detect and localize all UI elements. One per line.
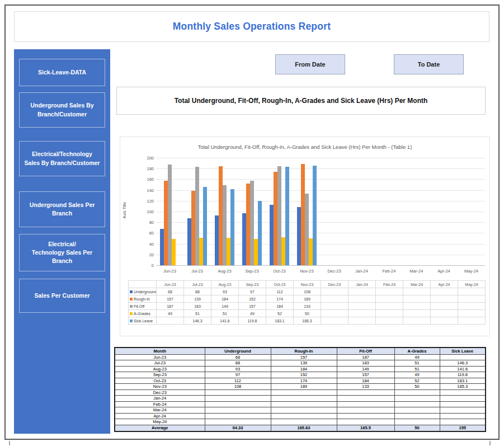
value-cell: 68 xyxy=(205,354,271,360)
average-value: 94.33 xyxy=(205,425,271,431)
sidebar-item-electrical-technology[interactable]: Electrical/Technology Sales By Branch/Cu… xyxy=(19,141,105,176)
bar-sick-leave-nov-23 xyxy=(313,166,317,265)
from-date-button[interactable]: From Date xyxy=(275,54,345,74)
value-cell: 139 xyxy=(184,295,211,303)
legend-label-sick-leave: Sick Leave xyxy=(129,317,157,325)
value-cell: 93 xyxy=(205,366,271,372)
value-cell: 141.6 xyxy=(211,317,239,325)
value-cell xyxy=(431,295,458,303)
value-cell xyxy=(440,389,486,396)
value-cell: 49 xyxy=(157,310,184,317)
month-cell: Aug-23 xyxy=(115,366,205,372)
value-cell: 185.3 xyxy=(294,317,321,325)
value-cell: 183.1 xyxy=(266,317,294,325)
y-axis-tick-label: 120 xyxy=(138,199,154,204)
month-header-cell: Jan-24 xyxy=(348,281,376,288)
corner-cell xyxy=(129,281,157,288)
value-cell xyxy=(321,317,348,325)
value-cell xyxy=(403,310,431,317)
value-cell: 189 xyxy=(294,295,321,303)
month-cell: Mar-24 xyxy=(115,407,205,414)
sidebar-item-label: Sales Per Customer xyxy=(34,292,90,300)
value-cell: 149 xyxy=(211,303,239,310)
value-cell xyxy=(271,401,337,407)
sidebar-item-sales-per-customer[interactable]: Sales Per Customer xyxy=(19,279,105,313)
table-row: Mar-24 xyxy=(115,407,486,414)
month-cell: Apr-24 xyxy=(115,413,205,419)
chart: Total Underground, Fit-Off, Rough-In, A-… xyxy=(120,137,490,336)
value-cell: 183 xyxy=(337,360,394,367)
value-cell xyxy=(394,396,440,402)
average-label: Average xyxy=(115,425,205,431)
table-row: Underground68889397112108 xyxy=(129,288,486,295)
value-cell: 133 xyxy=(337,384,394,390)
section-header: Total Underground, Fit-Off, Rough-In, A-… xyxy=(116,87,486,115)
x-axis-label: Apr-24 xyxy=(430,269,458,274)
value-cell xyxy=(337,419,394,425)
value-cell xyxy=(271,419,337,425)
x-axis-label: May-24 xyxy=(458,269,485,274)
value-cell: 108 xyxy=(205,384,271,390)
bar-rough-in-jul-23 xyxy=(191,191,195,265)
table-header-row: MonthUndergroundRough-InFit-OffA-GradesS… xyxy=(115,348,486,354)
legend-swatch-rough-in xyxy=(130,298,133,301)
value-cell xyxy=(440,401,486,407)
bar-underground-aug-23 xyxy=(215,215,219,265)
value-cell xyxy=(337,413,394,419)
value-cell: 152 xyxy=(271,372,337,378)
value-cell: 88 xyxy=(205,360,271,367)
value-cell xyxy=(440,396,486,402)
column-header-sick-leave: Sick Leave xyxy=(440,348,486,354)
value-cell: 184 xyxy=(211,295,239,303)
value-cell xyxy=(205,413,271,419)
x-axis-label: Jul-23 xyxy=(183,269,211,274)
month-cell: Feb-24 xyxy=(115,401,205,407)
y-axis-tick-label: 180 xyxy=(138,166,154,171)
value-cell: 108 xyxy=(294,288,321,295)
value-cell: 49 xyxy=(394,372,440,378)
sidebar-item-label: Electrical/Technology Sales By Branch/Cu… xyxy=(25,150,100,167)
month-header-cell: Aug-23 xyxy=(211,281,239,288)
sidebar-item-label: Electrical/ Technology Sales Per Branch xyxy=(32,240,92,266)
sidebar-item-label: Underground Sales By Branch/Customer xyxy=(30,101,93,118)
value-cell xyxy=(321,310,348,317)
table-row: May-24 xyxy=(115,419,486,425)
y-axis-tick-label: 80 xyxy=(138,220,154,225)
table-row: Jun-236815718749 xyxy=(115,354,486,360)
value-cell: 189 xyxy=(271,384,337,390)
value-cell xyxy=(157,317,184,325)
month-header-cell: Mar-24 xyxy=(403,281,431,288)
y-axis-tick-label: 40 xyxy=(138,242,154,247)
value-cell xyxy=(337,389,394,396)
y-axis-tick-label: 200 xyxy=(138,156,154,161)
legend-swatch-fit-off xyxy=(130,305,133,308)
y-axis-tick-label: 0 xyxy=(138,263,154,268)
chart-data-table: Jun-23Jul-23Aug-23Sep-23Oct-23Nov-23Dec-… xyxy=(128,280,486,325)
value-cell xyxy=(376,310,403,317)
value-cell: 50 xyxy=(294,310,321,317)
table-row: Dec-23 xyxy=(115,389,486,396)
sidebar-item-underground-sales-per[interactable]: Underground Sales Per Branch xyxy=(19,191,105,227)
y-axis-tick-label: 20 xyxy=(138,252,154,257)
value-cell xyxy=(403,288,431,295)
value-cell: 187 xyxy=(337,354,394,360)
average-value: 155 xyxy=(440,425,486,431)
sidebar-item-underground-sales-by[interactable]: Underground Sales By Branch/Customer xyxy=(19,92,105,128)
value-cell: 133 xyxy=(294,303,321,310)
summary-table: MonthUndergroundRough-InFit-OffA-GradesS… xyxy=(114,347,486,432)
month-cell: Nov-23 xyxy=(115,384,205,390)
value-cell: 139 xyxy=(271,360,337,367)
table-row: Jul-238813918351146.3 xyxy=(115,360,486,367)
value-cell xyxy=(271,407,337,414)
value-cell xyxy=(205,419,271,425)
y-axis-tick-label: 60 xyxy=(138,231,154,236)
sidebar-item-sick-leave-data[interactable]: Sick-Leave-DATA xyxy=(19,59,105,86)
sidebar-item-electrical[interactable]: Electrical/ Technology Sales Per Branch xyxy=(19,234,105,271)
value-cell xyxy=(271,389,337,396)
to-date-button[interactable]: To Date xyxy=(394,54,464,74)
x-axis-label: Sep-23 xyxy=(238,269,266,274)
value-cell: 157 xyxy=(157,295,184,303)
value-cell xyxy=(376,295,403,303)
bar-underground-sep-23 xyxy=(242,213,246,265)
report-title-box: Monthly Sales Operations Report xyxy=(14,11,489,42)
